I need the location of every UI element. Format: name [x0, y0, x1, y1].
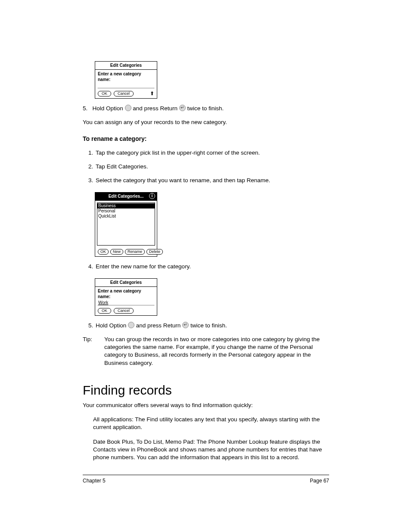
category-listbox[interactable]: Business Personal QuickList	[97, 202, 155, 246]
list-item[interactable]: Personal	[97, 208, 155, 214]
dialog-title: Edit Categories	[95, 62, 157, 70]
option-key-icon	[125, 105, 131, 111]
list-item[interactable]: Business	[97, 203, 155, 208]
edit-categories-new-dialog-work: Edit Categories Enter a new category nam…	[95, 278, 157, 316]
ok-button[interactable]: OK	[98, 91, 111, 96]
rename-steps-list: Tap the category pick list in the upper-…	[83, 149, 329, 185]
ok-button[interactable]: OK	[98, 308, 111, 314]
footer-chapter: Chapter 5	[83, 478, 106, 484]
rename-step-1: Tap the category pick list in the upper-…	[95, 149, 329, 157]
assign-paragraph: You can assign any of your records to th…	[83, 118, 329, 126]
dialog-prompt: Enter a new category name:	[95, 70, 157, 83]
info-icon[interactable]: i	[149, 193, 155, 199]
rename-step-3: Select the category that you want to ren…	[95, 177, 329, 184]
return-key-icon	[179, 105, 186, 111]
category-name-input[interactable]: Work	[98, 300, 154, 305]
list-item[interactable]: QuickList	[97, 214, 155, 219]
rename-steps-list-cont: Enter the new name for the category.	[83, 263, 329, 271]
edit-categories-new-dialog-empty: Edit Categories Enter a new category nam…	[95, 61, 157, 99]
rename-heading: To rename a category:	[83, 135, 329, 143]
edit-categories-list-dialog: Edit Categories... i Business Personal Q…	[95, 192, 157, 257]
rename-steps-list-cont2: Hold Option and press Return twice to fi…	[83, 322, 329, 330]
finding-records-list: All applications: The Find utility locat…	[93, 416, 329, 462]
dialog-title: Edit Categories	[95, 279, 157, 287]
dialog-title: Edit Categories... i	[95, 193, 157, 201]
new-button[interactable]: New	[110, 249, 123, 255]
delete-button[interactable]: Delete	[146, 249, 163, 255]
list-item: Date Book Plus, To Do List, Memo Pad: Th…	[93, 438, 329, 462]
shift-indicator-icon: ⬆	[150, 91, 154, 96]
ok-button[interactable]: OK	[98, 249, 109, 255]
rename-step-5: Hold Option and press Return twice to fi…	[95, 322, 329, 330]
dialog-prompt: Enter a new category name:	[95, 287, 157, 300]
tip-label: Tip:	[83, 336, 97, 367]
category-name-input[interactable]	[98, 83, 154, 88]
step-5-hold-option: 5. Hold Option and press Return twice to…	[83, 105, 329, 112]
return-key-icon	[182, 322, 189, 328]
option-key-icon	[128, 322, 134, 328]
rename-button[interactable]: Rename	[125, 249, 145, 255]
section-intro: Your communicator offers several ways to…	[83, 401, 329, 409]
rename-step-2: Tap Edit Categories.	[95, 163, 329, 171]
section-title: Finding records	[83, 382, 329, 399]
list-item: All applications: The Find utility locat…	[93, 416, 329, 431]
page-footer: Chapter 5 Page 67	[83, 475, 329, 484]
tip-paragraph: Tip: You can group the records in two or…	[83, 336, 329, 367]
cancel-button[interactable]: Cancel	[114, 91, 134, 96]
rename-step-4: Enter the new name for the category.	[95, 263, 329, 271]
footer-page: Page 67	[310, 478, 329, 484]
tip-body: You can group the records in two or more…	[104, 336, 329, 367]
cancel-button[interactable]: Cancel	[114, 308, 134, 314]
